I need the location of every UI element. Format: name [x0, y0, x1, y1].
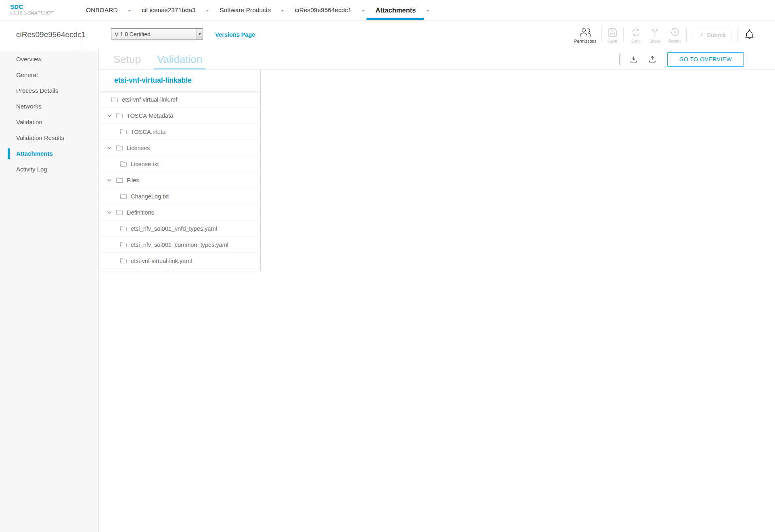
- tree-row[interactable]: etsi_nfv_sol001_common_types.yaml: [99, 237, 260, 253]
- tree-row-label: etsi-vnf-virtual-link.yaml: [131, 258, 192, 264]
- chevron-right-icon: ▸: [362, 8, 365, 13]
- bell-icon: [744, 29, 754, 41]
- toolbar-divider: [623, 27, 624, 42]
- upload-button[interactable]: [648, 55, 657, 64]
- chevron-right-icon: ▸: [427, 8, 429, 13]
- tree-row[interactable]: etsi-vnf-virtual-link.mf: [99, 92, 260, 108]
- folder-icon: [116, 209, 123, 215]
- chevron-right-icon: ▸: [207, 8, 209, 13]
- tree-row-label: TOSCA-Metadata: [127, 113, 173, 119]
- revert-icon: [670, 26, 679, 37]
- tabs: Setup Validation: [113, 49, 202, 69]
- tree-row-label: etsi_nfv_sol001_vnfd_types.yaml: [131, 225, 217, 232]
- tab-validation[interactable]: Validation: [157, 49, 202, 69]
- sidebar-item-activity-log[interactable]: Activity Log: [0, 161, 98, 177]
- permissions-label: Permissons: [574, 39, 597, 44]
- tree-row-label: Licenses: [127, 145, 150, 151]
- folder-icon: [120, 242, 127, 248]
- dropdown-arrow-icon: [197, 29, 203, 40]
- tree-row-label: etsi-vnf-virtual-link.mf: [122, 96, 177, 103]
- toolbar-divider: [737, 27, 737, 42]
- save-label: Save: [607, 39, 617, 44]
- app-version-text: v.1.16.1-SNAPSHOT: [10, 11, 53, 16]
- save-icon: [608, 26, 617, 37]
- sidebar-item-validation[interactable]: Validation: [0, 114, 98, 130]
- sidebar-item-overview[interactable]: Overview: [0, 51, 98, 67]
- header-toolbar: Permissons Save: [573, 21, 775, 49]
- tree-row[interactable]: ChangeLog.txt: [99, 188, 260, 204]
- tab-validation-label: Validation: [157, 53, 202, 66]
- tree-row-label: ChangeLog.txt: [131, 193, 169, 200]
- sidebar-item-process-details[interactable]: Process Details: [0, 83, 98, 98]
- tree-row[interactable]: TOSCA.meta: [99, 124, 260, 140]
- checkmark-icon: ✓: [700, 32, 704, 38]
- sdc-app-window: SDC v.1.16.1-SNAPSHOT ONBOARD ▸ ciLicens…: [0, 0, 775, 532]
- version-select-value: V 1.0 Certified: [111, 31, 197, 38]
- chevron-down-icon[interactable]: [107, 114, 112, 117]
- app-logo-text: SDC: [10, 4, 53, 10]
- versions-page-link[interactable]: Versions Page: [215, 21, 255, 49]
- sidebar-item-attachments[interactable]: Attachments: [0, 146, 98, 161]
- revert-label: Revert: [668, 39, 681, 44]
- left-sidebar: Overview General Process Details Network…: [0, 49, 99, 532]
- folder-icon: [116, 113, 123, 119]
- submit-button[interactable]: ✓ Submit: [694, 29, 731, 41]
- sync-icon: [631, 26, 641, 37]
- tree-row[interactable]: License.txt: [99, 156, 260, 172]
- tree-row[interactable]: TOSCA-Metadata: [99, 108, 260, 124]
- people-icon: [578, 26, 592, 37]
- tree-row[interactable]: Files: [99, 172, 260, 188]
- tree-row[interactable]: etsi-vnf-virtual-link.yaml: [99, 253, 260, 269]
- sidebar-nav: Overview General Process Details Network…: [0, 51, 98, 177]
- sidebar-item-networks[interactable]: Networks: [0, 98, 98, 114]
- chevron-down-icon[interactable]: [107, 211, 112, 214]
- share-button[interactable]: Share: [646, 26, 664, 44]
- revert-button[interactable]: Revert: [664, 26, 685, 44]
- sync-button[interactable]: Sync: [626, 26, 646, 44]
- breadcrumb-attachments[interactable]: Attachments: [375, 0, 416, 20]
- breadcrumb-software-products[interactable]: Software Products: [220, 6, 271, 14]
- chevron-down-icon[interactable]: [107, 179, 112, 182]
- tree-row[interactable]: Definitions: [99, 204, 260, 221]
- share-label: Share: [649, 39, 660, 44]
- save-button[interactable]: Save: [603, 26, 622, 44]
- active-tab-underline: [154, 68, 205, 69]
- top-nav-bar: SDC v.1.16.1-SNAPSHOT ONBOARD ▸ ciLicens…: [0, 0, 775, 21]
- folder-icon: [116, 177, 123, 183]
- attachments-tree-panel: etsi-vnf-virtual-linkable etsi-vnf-virtu…: [99, 70, 261, 271]
- download-button[interactable]: [629, 55, 638, 64]
- tree-row[interactable]: Licenses: [99, 140, 260, 156]
- folder-icon: [116, 145, 123, 151]
- folder-icon: [120, 258, 127, 264]
- download-icon: [629, 55, 638, 64]
- sidebar-item-general[interactable]: General: [0, 67, 98, 83]
- tree-row-label: TOSCA.meta: [131, 129, 165, 135]
- chevron-right-icon: ▸: [282, 8, 284, 13]
- entity-title-section: ciRes09e9564ecdc1: [0, 21, 80, 49]
- tree-row-label: Files: [127, 177, 139, 184]
- version-select[interactable]: V 1.0 Certified: [111, 28, 203, 40]
- active-breadcrumb-underline: [367, 18, 424, 20]
- tree-row[interactable]: etsi_nfv_sol001_vnfd_types.yaml: [99, 221, 260, 237]
- breadcrumb-onboard[interactable]: ONBOARD: [86, 6, 117, 14]
- go-to-overview-button[interactable]: GO TO OVERVIEW: [667, 52, 744, 67]
- upload-icon: [648, 55, 657, 64]
- folder-icon: [111, 96, 118, 102]
- permissions-button[interactable]: Permissons: [573, 26, 597, 44]
- notifications-button[interactable]: [744, 29, 754, 41]
- tree-row-label: etsi_nfv_sol001_common_types.yaml: [131, 242, 228, 248]
- breadcrumb-license[interactable]: ciLicense2371bda3: [142, 6, 196, 14]
- chevron-down-icon[interactable]: [107, 146, 112, 150]
- tab-setup[interactable]: Setup: [113, 53, 141, 66]
- chevron-right-icon: ▸: [128, 8, 131, 13]
- sidebar-item-validation-results[interactable]: Validation Results: [0, 130, 98, 146]
- tree-title: etsi-vnf-virtual-linkable: [99, 70, 260, 92]
- tabs-actions: GO TO OVERVIEW: [619, 49, 744, 69]
- vertical-divider: [619, 53, 620, 65]
- toolbar-divider: [601, 27, 602, 42]
- folder-icon: [120, 225, 127, 232]
- folder-icon: [120, 161, 127, 167]
- entity-header-bar: ciRes09e9564ecdc1 V 1.0 Certified Versio…: [0, 21, 775, 49]
- page-title: ciRes09e9564ecdc1: [16, 30, 86, 39]
- breadcrumb-resource[interactable]: ciRes09e9564ecdc1: [295, 6, 351, 14]
